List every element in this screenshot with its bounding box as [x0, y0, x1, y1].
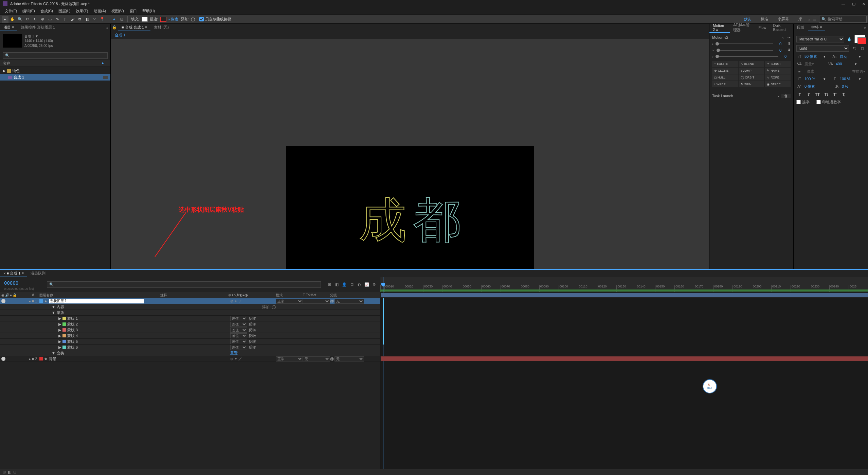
disclosure[interactable]: ▼ — [52, 351, 55, 355]
menu-window[interactable]: 窗口 — [127, 8, 139, 14]
tool-roto[interactable]: ✃ — [91, 16, 98, 23]
project-comp-item[interactable]: 合成 1 — [0, 74, 110, 81]
tab-project[interactable]: 项目 ≡ — [0, 24, 17, 31]
layer-bar-1[interactable] — [380, 293, 868, 298]
hindi-check[interactable]: 印地语数字 — [816, 99, 841, 105]
btn-null[interactable]: ◻ NULL — [712, 74, 738, 81]
font-size[interactable]: 50 像素 — [804, 54, 821, 59]
col-name[interactable]: 名称 — [3, 61, 101, 66]
tool-orbit[interactable]: ⟳ — [24, 16, 31, 23]
parent[interactable]: @无 — [330, 356, 364, 362]
menu-edit[interactable]: 编辑(E) — [20, 8, 37, 14]
invert-label[interactable]: 反转 — [249, 339, 256, 344]
tab-script-mgr[interactable]: AE脚本管理器 — [730, 21, 755, 34]
mask-mode[interactable]: 差值 — [230, 328, 247, 333]
col-eye[interactable]: ◉ — [1, 293, 4, 297]
tool-eraser[interactable]: ◧ — [84, 16, 91, 23]
toggle-switches-icon[interactable]: ⊞ — [3, 470, 6, 474]
project-thumbnail[interactable] — [3, 34, 22, 48]
frame-blend-icon[interactable]: ⊡ — [349, 282, 355, 287]
invert-label[interactable]: 反转 — [249, 345, 256, 350]
italic-button[interactable]: T — [805, 91, 812, 98]
motion-wave-icon[interactable]: 〰 — [787, 35, 791, 39]
disclosure[interactable]: ▶ — [58, 322, 61, 327]
hindi-checkbox[interactable] — [816, 100, 821, 104]
project-folder[interactable]: ▶ 纯色 — [0, 68, 110, 74]
color-chip[interactable] — [62, 340, 66, 343]
track-matte[interactable]: 无 — [303, 356, 330, 362]
comp-text-content[interactable]: 成 都 — [359, 189, 461, 253]
draft3d-icon[interactable]: ◧ — [334, 282, 340, 287]
tab-paragraph[interactable]: 段落 — [794, 24, 808, 31]
slider-1[interactable] — [716, 43, 773, 44]
toggle-inout-icon[interactable]: ⊡ — [13, 470, 16, 474]
hscale[interactable]: 100 % — [840, 77, 857, 81]
leading[interactable]: 自动 — [840, 54, 857, 59]
disclosure[interactable]: ▼ — [52, 311, 55, 315]
layer-name-cell[interactable]: ▶蒙版 3 — [38, 328, 160, 333]
invert-label[interactable]: 反转 — [249, 328, 256, 333]
slider-3-val[interactable]: 0 — [780, 54, 791, 58]
motion-dropdown[interactable]: ⌄ — [782, 35, 785, 39]
bold-button[interactable]: T — [796, 91, 803, 98]
comp-breadcrumb[interactable]: 合成 1 — [111, 31, 709, 39]
btn-clone[interactable]: ⊕ CLONE — [712, 68, 738, 74]
visibility-toggle[interactable] — [1, 357, 5, 361]
layer-row[interactable]: ▶蒙版 4差值 反转 — [0, 333, 380, 339]
slider-2[interactable] — [717, 50, 773, 51]
tool-anchor[interactable]: ⊕ — [39, 16, 46, 23]
disclosure[interactable]: ▼ — [52, 305, 55, 309]
layer-row[interactable]: ▼蒙版 — [0, 310, 380, 316]
anchor-icon[interactable]: ⬇ — [788, 48, 791, 52]
next-icon[interactable]: › — [712, 54, 713, 58]
ligature-check[interactable]: 连字 — [796, 99, 810, 105]
disclosure[interactable]: ▶ — [58, 316, 61, 321]
font-select[interactable]: Microsoft YaHei UI — [796, 36, 844, 42]
shy-icon[interactable]: 👤 — [341, 282, 347, 287]
blend-mode[interactable]: 正常 — [276, 299, 303, 304]
layer-row[interactable]: ▸ ■ 2★背景⊕ ✦ ／正常无@无 — [0, 356, 380, 362]
btn-burst[interactable]: ✦ BURST — [765, 61, 791, 67]
btn-blend[interactable]: △ BLEND — [739, 61, 764, 67]
tab-comp[interactable]: ■ 合成 合成 1 ≡ — [118, 24, 150, 31]
track-matte[interactable] — [303, 299, 330, 304]
layer-name-cell[interactable]: ★背景 — [38, 356, 160, 362]
blend-mode[interactable]: 正常 — [276, 356, 303, 362]
layer-name-cell[interactable]: ▶蒙版 2 — [38, 322, 160, 327]
allcaps-button[interactable]: TT — [814, 91, 821, 98]
vscale-dropdown[interactable]: ▾ — [824, 77, 826, 81]
btn-rope[interactable]: ∿ ROPE — [765, 74, 791, 81]
col-solo[interactable]: ● — [10, 293, 12, 297]
key-marker[interactable] — [383, 298, 384, 345]
fill-swatch[interactable] — [142, 17, 148, 22]
hscale-dropdown[interactable]: ▾ — [859, 77, 861, 81]
invert-label[interactable]: 反转 — [249, 322, 256, 327]
visibility-toggle[interactable] — [1, 299, 5, 303]
menu-animation[interactable]: 动画(A) — [92, 8, 108, 14]
col-audio[interactable]: 🔊 — [5, 293, 9, 297]
px-label[interactable]: - 像素 — [168, 17, 178, 22]
color-chip[interactable] — [62, 322, 66, 326]
btn-excite[interactable]: + EXCITE — [712, 61, 738, 67]
tool-rect[interactable]: ▭ — [47, 16, 53, 23]
menu-help[interactable]: 帮助(H) — [140, 8, 157, 14]
mask-mode[interactable]: 差值 — [230, 333, 247, 338]
brainstorm-icon[interactable]: ⚙ — [371, 282, 377, 287]
invert-label[interactable]: 反转 — [249, 316, 256, 321]
tsume[interactable]: 0 % — [842, 84, 859, 88]
eyedropper-icon[interactable]: 💧 — [846, 36, 852, 42]
disclosure-icon[interactable]: ▶ — [3, 69, 5, 73]
parent-select[interactable]: 无 — [334, 299, 364, 304]
layer-row[interactable]: ▶蒙版 2差值 反转 — [0, 321, 380, 327]
help-search[interactable]: 🔍 搜索帮助 — [819, 16, 867, 23]
layer-name-cell[interactable]: ★ — [38, 299, 160, 303]
mask-mode[interactable]: 差值 — [230, 322, 247, 327]
col-mode[interactable]: 模式 — [276, 293, 303, 298]
layer-name-cell[interactable]: ▼内容 — [38, 304, 160, 310]
color-chip[interactable] — [62, 317, 66, 320]
layer-row[interactable]: ▶蒙版 5差值 反转 — [0, 339, 380, 345]
col-trkmat[interactable]: T TrkMat — [303, 293, 330, 297]
layer-row[interactable]: ▸ ■ 1★⊕ ✦ ／正常@无 — [0, 298, 380, 304]
color-chip[interactable] — [39, 299, 43, 303]
layer-row[interactable]: ▶蒙版 6差值 反转 — [0, 345, 380, 350]
